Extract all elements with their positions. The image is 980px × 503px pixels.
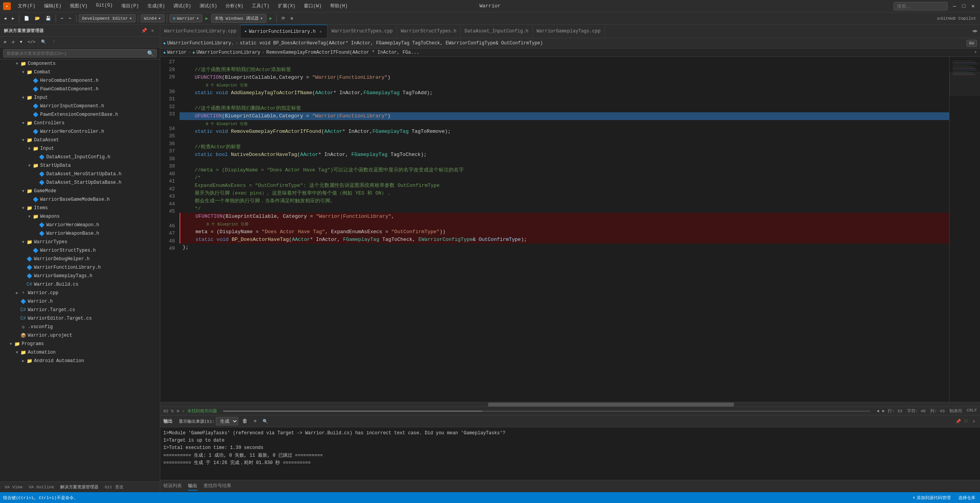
tree-item-input[interactable]: ▼ 📁 Input <box>0 93 160 102</box>
tab-struct-cpp[interactable]: WarriorStructTypes.cpp <box>327 25 397 38</box>
new-file-button[interactable]: 📄 <box>22 15 32 22</box>
tree-item-automation[interactable]: ▼ 📁 Automation <box>0 348 160 357</box>
solution-explorer-btn[interactable]: 解决方案资源管理器 <box>59 483 100 491</box>
tree-item-warrior-h[interactable]: 🔷 Warrior.h <box>0 297 160 306</box>
tab-dataasset[interactable]: DataAsset_InputConfig.h <box>461 25 533 38</box>
tree-item-startup[interactable]: ▼ 📁 StartUpData <box>0 161 160 170</box>
tree-item-pawnext[interactable]: 🔷 PawnExtensionComponentBase.h <box>0 110 160 119</box>
platform-dropdown[interactable]: Win64 ▾ <box>141 14 164 22</box>
git-changes-btn[interactable]: Git 更改 <box>103 483 125 491</box>
tab-close-button[interactable]: ✕ <box>318 29 323 34</box>
tab-errors[interactable]: 错误列表 <box>163 482 182 491</box>
menu-edit[interactable]: 编辑(E) <box>40 1 66 11</box>
nav-method[interactable]: RemoveGameplayFromActorIfFound(AActor * … <box>266 50 419 55</box>
tree-item-debug-helper[interactable]: 🔷 WarriorDebugHelper.h <box>0 255 160 263</box>
tree-item-herocombat[interactable]: 🔷 HeroCombatComponent.h <box>0 76 160 85</box>
col-info[interactable]: 列: 43 <box>930 408 944 414</box>
menu-debug[interactable]: 调试(D) <box>170 1 195 11</box>
tree-item-warrior-target[interactable]: C# Warrior.Target.cs <box>0 306 160 314</box>
tree-item-dataasset-input[interactable]: 🔷 DataAsset_InputConfig.h <box>0 153 160 161</box>
menu-view[interactable]: 视图(V) <box>66 1 92 11</box>
sidebar-refresh-icon[interactable]: ↺ <box>10 38 17 46</box>
nav-expand-icon[interactable]: + <box>974 50 977 55</box>
sidebar-settings-icon[interactable]: ⋮ <box>49 38 58 46</box>
sidebar-sync-icon[interactable]: ⇄ <box>2 38 9 46</box>
menu-window[interactable]: 窗口(W) <box>300 1 326 11</box>
tree-item-funclib[interactable]: 🔷 WarriorFunctionLibrary.h <box>0 263 160 272</box>
tree-item-uproject[interactable]: 📦 Warrior.uproject <box>0 331 160 340</box>
output-source-select[interactable]: 生成 <box>216 417 238 425</box>
save-button[interactable]: 💾 <box>43 15 53 22</box>
nav-arrow-right[interactable]: ► <box>882 409 885 413</box>
tab-find-symbols[interactable]: 查找符号结果 <box>203 482 231 491</box>
tree-item-items[interactable]: ▼ 📁 Items <box>0 204 160 212</box>
zoom-icon[interactable]: ⚙ <box>176 408 179 413</box>
overflow-arrow[interactable]: ◄► <box>972 29 978 34</box>
refresh-button[interactable]: ⟳ <box>279 15 287 22</box>
tab-funclib-h[interactable]: ● WarriorFunctionLibrary.h ✕ <box>241 25 327 38</box>
panel-max-icon[interactable]: □ <box>963 418 969 424</box>
panel-pin-icon[interactable]: 📌 <box>955 418 961 424</box>
tree-item-warrior-editor-target[interactable]: C# WarriorEditor.Target.cs <box>0 314 160 323</box>
tree-item-weaponbase[interactable]: 🔷 WarriorWeaponBase.h <box>0 229 160 238</box>
tree-item-android[interactable]: ► 📁 Android Automation <box>0 357 160 365</box>
output-wrap-btn[interactable]: ≡ <box>251 418 259 425</box>
char-info[interactable]: 字符: 40 <box>907 408 926 414</box>
va-outline-btn[interactable]: VA Outline <box>27 484 56 490</box>
editor-scrollbar[interactable] <box>160 402 980 406</box>
menu-project[interactable]: 项目(P) <box>117 1 143 11</box>
maximize-button[interactable]: □ <box>960 2 968 10</box>
nav-arrow-left[interactable]: ◄ <box>877 409 879 413</box>
line-info[interactable]: 行: 33 <box>888 408 902 414</box>
tab-gameplay-tags[interactable]: WarriorGameplayTags.cpp <box>533 25 605 38</box>
run-green-button[interactable]: ▶ <box>267 15 275 22</box>
tree-item-vsconfig[interactable]: ⚙ .vsconfig <box>0 323 160 331</box>
add-source-control-btn[interactable]: ⬆ 添加到源代码管理 <box>911 495 952 501</box>
back-button[interactable]: ◀ <box>2 15 9 22</box>
tree-item-programs[interactable]: ▼ 📁 Programs <box>0 340 160 348</box>
tree-item-controllers[interactable]: ▼ 📁 Controllers <box>0 119 160 127</box>
scrollbar-thumb[interactable] <box>488 403 734 406</box>
tree-item-gamemode-h[interactable]: 🔷 WarriorBaseGameModeBase.h <box>0 195 160 204</box>
select-repo-btn[interactable]: 选择仓库 <box>957 495 977 501</box>
search-input[interactable] <box>894 2 948 10</box>
editor-dropdown[interactable]: Development Editor ▾ <box>79 14 136 22</box>
tree-item-pawncombat[interactable]: 🔷 PawnCombatComponent.h <box>0 85 160 93</box>
redo-button[interactable]: ↪ <box>66 15 74 22</box>
minimap[interactable] <box>949 57 980 402</box>
pin-icon[interactable]: 📌 <box>141 27 148 34</box>
sidebar-code-icon[interactable]: </> <box>25 38 38 46</box>
output-find-btn[interactable]: 🔍 <box>260 418 270 425</box>
tab-output[interactable]: 输出 <box>188 482 197 491</box>
tree-item-warriorhero[interactable]: 🔷 WarriorHeroController.h <box>0 127 160 136</box>
nav-class[interactable]: UWarriorFunctionLibrary <box>197 50 261 55</box>
menu-extensions[interactable]: 扩展(X) <box>274 1 300 11</box>
code-editor[interactable]: 27 28 29 30 31 32 33 34 35 36 37 38 <box>160 57 949 402</box>
sidebar-view-icon[interactable]: 🔍 <box>39 38 49 46</box>
breadcrumb-method[interactable]: static void BP_DoesActorHaveTag(AActor* … <box>240 41 543 46</box>
go-button[interactable]: Go <box>966 40 977 47</box>
warrior-dropdown[interactable]: ⚙ Warrior ▾ <box>170 14 202 22</box>
menu-analyze[interactable]: 分析(N) <box>222 1 247 11</box>
sidebar-filter-icon[interactable]: ▼ <box>17 38 25 46</box>
forward-button[interactable]: ▶ <box>10 15 17 22</box>
code-content[interactable]: //这个函数用来帮助我们给Actor添加标签 UFUNCTION(Bluepri… <box>180 57 949 402</box>
menu-git[interactable]: Git(G) <box>92 1 117 11</box>
nav-warrior[interactable]: Warrior <box>167 50 187 55</box>
menu-test[interactable]: 测试(S) <box>196 1 221 11</box>
panel-close-icon[interactable]: ✕ <box>971 418 977 424</box>
menu-tools[interactable]: 工具(T) <box>248 1 273 11</box>
tree-item-struct-types[interactable]: 🔷 WarriorStructTypes.h <box>0 246 160 255</box>
tree-item-gamemode[interactable]: ▼ 📁 GameMode <box>0 187 160 195</box>
tree-item-warrior-weapon[interactable]: 🔷 WarriorHeroWeapon.h <box>0 221 160 229</box>
tree-item-combat[interactable]: ▼ 📁 Combat <box>0 68 160 76</box>
tree-item-components[interactable]: ▼ 📁 Components <box>0 59 160 68</box>
debug-dropdown[interactable]: 本地 Windows 调试器 ▾ <box>211 14 266 23</box>
run-button[interactable]: ▶ <box>203 15 210 22</box>
output-clear-btn[interactable]: 🗑 <box>240 417 250 425</box>
tree-item-base-startup[interactable]: 🔷 DataAsset_StartUpDataBase.h <box>0 178 160 187</box>
encoding-info[interactable]: CRLF <box>967 408 977 414</box>
tab-struct-h[interactable]: WarriorStructTypes.h <box>397 25 461 38</box>
tree-item-weapons[interactable]: ▼ 📁 Weapons <box>0 212 160 221</box>
va-view-btn[interactable]: VA View <box>3 484 24 490</box>
